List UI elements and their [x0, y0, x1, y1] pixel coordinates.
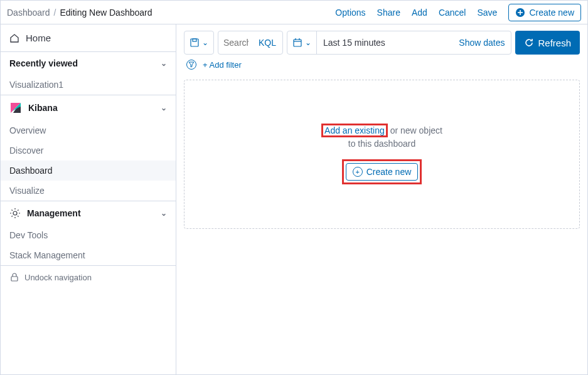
svg-rect-7 [294, 40, 301, 46]
plus-circle-icon [515, 8, 525, 18]
search-input[interactable] [218, 38, 254, 48]
breadcrumb: Dashboard / Editing New Dashboard [7, 8, 335, 18]
kibana-label: Kibana [28, 103, 58, 113]
filter-row: + Add filter [184, 55, 580, 75]
sidebar-item-stackmgmt[interactable]: Stack Management [1, 245, 176, 265]
sidebar-recently-viewed-header[interactable]: Recently viewed ⌄ [1, 52, 176, 75]
canvas-text-line2: to this dashboard [348, 139, 415, 149]
dashboard-canvas: Add an existing or new object to this da… [184, 80, 580, 229]
sidebar-item-discover[interactable]: Discover [1, 140, 176, 161]
canvas-create-new-label: Create new [366, 167, 412, 177]
cancel-button[interactable]: Cancel [439, 8, 466, 18]
canvas-prompt: Add an existing or new object to this da… [321, 124, 442, 151]
sidebar-kibana-header[interactable]: Kibana ⌄ [1, 95, 176, 120]
sidebar-recent-item[interactable]: Visualization1 [1, 75, 176, 95]
lock-icon [9, 272, 19, 282]
svg-rect-2 [518, 12, 523, 13]
calendar-button[interactable]: ⌄ [287, 31, 317, 54]
canvas-text-rest: or new object [388, 125, 442, 135]
svg-rect-4 [11, 277, 18, 281]
save-icon [190, 38, 200, 48]
svg-rect-5 [191, 39, 198, 46]
kql-toggle[interactable]: KQL [254, 38, 276, 48]
main-content: ⌄ KQL ⌄ Last 15 minutes Show dates Refre… [176, 24, 587, 375]
sidebar-item-overview[interactable]: Overview [1, 120, 176, 140]
breadcrumb-root[interactable]: Dashboard [7, 8, 50, 18]
chevron-down-icon: ⌄ [305, 38, 311, 47]
chevron-down-icon: ⌄ [161, 209, 167, 218]
recently-viewed-label: Recently viewed [9, 58, 78, 68]
plus-circle-icon: + [353, 167, 363, 177]
options-button[interactable]: Options [335, 8, 365, 18]
refresh-label: Refresh [538, 38, 571, 48]
add-button[interactable]: Add [412, 8, 427, 18]
sidebar-home-label: Home [26, 33, 51, 43]
search-group: KQL [218, 31, 283, 55]
add-filter-link[interactable]: + Add filter [203, 60, 242, 70]
svg-rect-6 [193, 39, 196, 41]
create-new-label: Create new [529, 8, 574, 18]
chevron-down-icon: ⌄ [161, 103, 167, 112]
top-actions: Options Share Add Cancel Save Create new [335, 4, 581, 21]
chevron-down-icon: ⌄ [202, 38, 208, 47]
top-bar: Dashboard / Editing New Dashboard Option… [1, 1, 587, 24]
home-icon [9, 33, 19, 43]
breadcrumb-separator: / [54, 8, 56, 18]
create-new-button[interactable]: Create new [508, 4, 581, 21]
sidebar-management-header[interactable]: Management ⌄ [1, 201, 176, 225]
time-picker: ⌄ Last 15 minutes Show dates [287, 31, 511, 55]
canvas-create-new-button[interactable]: + Create new [346, 163, 419, 181]
gear-icon [9, 208, 21, 219]
breadcrumb-current: Editing New Dashboard [60, 8, 152, 18]
add-existing-link[interactable]: Add an existing [324, 125, 385, 135]
chevron-down-icon: ⌄ [161, 59, 167, 68]
refresh-icon [524, 38, 534, 48]
sidebar-item-visualize[interactable]: Visualize [1, 181, 176, 201]
time-range-display[interactable]: Last 15 minutes [317, 38, 452, 48]
sidebar: Home Recently viewed ⌄ Visualization1 Ki… [1, 24, 176, 375]
svg-point-3 [13, 211, 17, 215]
sidebar-home[interactable]: Home [1, 24, 176, 52]
management-label: Management [27, 208, 81, 218]
filter-menu-icon[interactable] [186, 60, 196, 70]
show-dates-link[interactable]: Show dates [452, 38, 511, 48]
calendar-icon [292, 38, 302, 48]
save-button[interactable]: Save [477, 8, 497, 18]
sidebar-item-devtools[interactable]: Dev Tools [1, 225, 176, 245]
saved-query-menu[interactable]: ⌄ [184, 31, 214, 55]
undock-label: Undock navigation [24, 273, 92, 282]
query-bar: ⌄ KQL ⌄ Last 15 minutes Show dates Refre… [184, 31, 580, 55]
refresh-button[interactable]: Refresh [515, 31, 580, 55]
share-button[interactable]: Share [377, 8, 400, 18]
kibana-logo-icon [9, 102, 22, 114]
sidebar-item-dashboard[interactable]: Dashboard [1, 161, 176, 181]
undock-navigation[interactable]: Undock navigation [1, 266, 176, 288]
